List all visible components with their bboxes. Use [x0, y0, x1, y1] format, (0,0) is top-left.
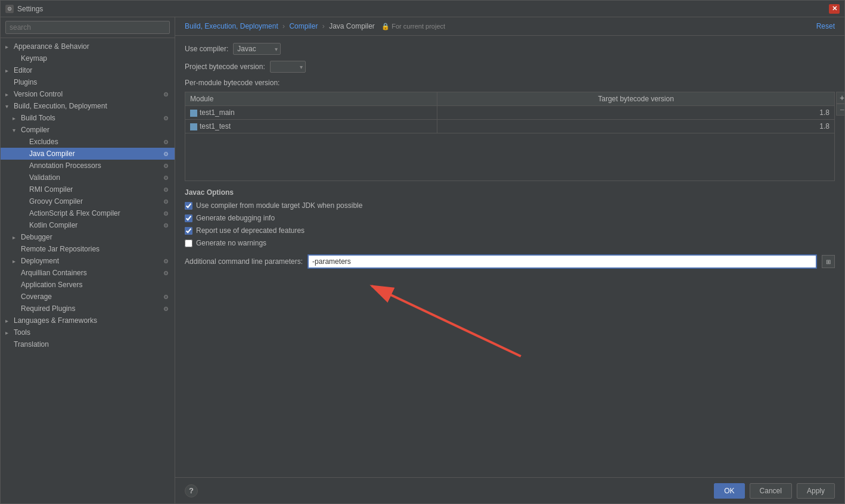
- sidebar-item-label: Java Compiler: [29, 150, 159, 158]
- checkbox-label-no-warnings[interactable]: Generate no warnings: [196, 239, 266, 247]
- sidebar-item-label: Build, Execution, Deployment: [14, 102, 170, 110]
- config-icon: ⚙: [161, 197, 170, 206]
- checkbox-no-warnings[interactable]: [185, 239, 192, 247]
- sidebar-item-label: Kotlin Compiler: [29, 221, 159, 229]
- sidebar-item-label: Plugins: [14, 78, 170, 86]
- main-content: Use compiler: Javac Eclipse Ajc Project …: [175, 36, 844, 477]
- app-icon: ⚙: [5, 5, 14, 13]
- sidebar-item-label: Compiler: [21, 126, 170, 134]
- checkbox-row-2: Generate debugging info: [185, 214, 835, 222]
- main-header: Build, Execution, Deployment › Compiler …: [175, 17, 844, 36]
- sidebar-item-deployment[interactable]: ▸ Deployment ⚙: [1, 255, 175, 267]
- module-version: 1.8: [437, 106, 835, 120]
- sidebar-item-label: Keymap: [21, 54, 170, 63]
- sidebar-item-label: Groovy Compiler: [29, 197, 159, 206]
- sidebar-item-validation[interactable]: Validation ⚙: [1, 172, 175, 183]
- sidebar-item-compiler[interactable]: ▾ Compiler: [1, 124, 175, 136]
- title-bar-left: ⚙ Settings: [5, 5, 43, 13]
- sidebar-item-tools[interactable]: ▸ Tools: [1, 326, 175, 338]
- bytecode-version-select[interactable]: [270, 61, 306, 73]
- sidebar-item-app-servers[interactable]: Application Servers: [1, 279, 175, 291]
- cancel-button[interactable]: Cancel: [750, 483, 792, 499]
- sidebar-item-debugger[interactable]: ▸ Debugger: [1, 231, 175, 243]
- use-compiler-row: Use compiler: Javac Eclipse Ajc: [185, 43, 835, 55]
- sidebar-item-excludes[interactable]: Excludes ⚙: [1, 136, 175, 148]
- apply-button[interactable]: Apply: [797, 483, 835, 499]
- sidebar-item-actionscript[interactable]: ActionScript & Flex Compiler ⚙: [1, 207, 175, 219]
- compiler-select[interactable]: Javac Eclipse Ajc: [233, 43, 281, 55]
- sidebar-item-appearance[interactable]: ▸ Appearance & Behavior: [1, 41, 175, 52]
- checkbox-row-1: Use compiler from module target JDK when…: [185, 201, 835, 210]
- table-row[interactable]: test1_test 1.8: [185, 120, 835, 133]
- bytecode-version-label: Project bytecode version:: [185, 63, 265, 71]
- sidebar-item-label: Remote Jar Repositories: [21, 245, 170, 253]
- help-button[interactable]: ?: [185, 484, 198, 497]
- cmd-expand-button[interactable]: ⊞: [822, 255, 835, 268]
- checkbox-row-4: Generate no warnings: [185, 239, 835, 247]
- sidebar-item-required-plugins[interactable]: Required Plugins ⚙: [1, 303, 175, 315]
- sidebar-item-remote-jar[interactable]: Remote Jar Repositories: [1, 243, 175, 255]
- checkbox-use-compiler[interactable]: [185, 202, 192, 210]
- cmd-input[interactable]: [307, 254, 817, 269]
- sidebar-item-version-control[interactable]: ▸ Version Control ⚙: [1, 88, 175, 100]
- bytecode-version-select-wrapper: [270, 61, 306, 73]
- config-icon: ⚙: [161, 90, 170, 98]
- expand-arrow: ▸: [13, 234, 18, 241]
- config-icon: ⚙: [161, 150, 170, 158]
- remove-module-button[interactable]: −: [836, 104, 844, 116]
- per-module-label: Per-module bytecode version:: [185, 79, 835, 87]
- checkbox-debug-info[interactable]: [185, 214, 192, 222]
- expand-arrow: ▸: [5, 67, 11, 74]
- module-table: Module Target bytecode version test1_mai…: [185, 92, 835, 181]
- sidebar-item-keymap[interactable]: Keymap: [1, 52, 175, 64]
- table-row[interactable]: test1_main 1.8: [185, 106, 835, 120]
- expand-arrow: ▾: [5, 103, 11, 110]
- sidebar-item-translation[interactable]: Translation: [1, 338, 175, 350]
- table-actions: + −: [836, 92, 844, 116]
- table-empty-row: [185, 133, 835, 181]
- javac-options-title: Javac Options: [185, 188, 835, 197]
- config-icon: ⚙: [161, 138, 170, 146]
- add-module-button[interactable]: +: [836, 92, 844, 104]
- checkbox-label-deprecated[interactable]: Report use of deprecated features: [196, 226, 305, 235]
- sidebar-item-arquillian[interactable]: Arquillian Containers ⚙: [1, 267, 175, 279]
- sidebar-item-rmi[interactable]: RMI Compiler ⚙: [1, 183, 175, 195]
- expand-arrow: ▸: [5, 91, 11, 98]
- ok-button[interactable]: OK: [714, 483, 744, 499]
- checkbox-label-debug-info[interactable]: Generate debugging info: [196, 214, 275, 222]
- config-icon: ⚙: [161, 185, 170, 194]
- sidebar-item-languages[interactable]: ▸ Languages & Frameworks: [1, 315, 175, 326]
- sidebar-item-annotation[interactable]: Annotation Processors ⚙: [1, 160, 175, 172]
- breadcrumb-part-2[interactable]: Compiler: [289, 22, 318, 30]
- window-title: Settings: [17, 5, 43, 13]
- sidebar-item-label: RMI Compiler: [29, 185, 159, 194]
- expand-arrow: ▸: [5, 329, 11, 336]
- compiler-select-wrapper: Javac Eclipse Ajc: [233, 43, 281, 55]
- footer-left: ?: [185, 484, 198, 497]
- breadcrumb-part-1[interactable]: Build, Execution, Deployment: [185, 22, 278, 30]
- reset-button[interactable]: Reset: [816, 22, 835, 30]
- module-folder-icon: [190, 123, 197, 130]
- sidebar-item-editor[interactable]: ▸ Editor: [1, 64, 175, 76]
- sidebar-item-plugins[interactable]: Plugins: [1, 76, 175, 88]
- config-icon: ⚙: [161, 173, 170, 182]
- sidebar-item-kotlin[interactable]: Kotlin Compiler ⚙: [1, 219, 175, 231]
- sidebar-item-label: Annotation Processors: [29, 161, 159, 170]
- expand-arrow: ▸: [13, 258, 18, 265]
- main-content-area: ▸ Appearance & Behavior Keymap ▸ Editor …: [1, 17, 844, 503]
- sidebar-item-build-tools[interactable]: ▸ Build Tools ⚙: [1, 112, 175, 124]
- sidebar-item-java-compiler[interactable]: Java Compiler ⚙: [1, 148, 175, 160]
- sidebar-item-groovy[interactable]: Groovy Compiler ⚙: [1, 195, 175, 207]
- cmd-label: Additional command line parameters:: [185, 257, 303, 266]
- close-button[interactable]: ✕: [829, 4, 840, 14]
- checkbox-deprecated[interactable]: [185, 227, 192, 235]
- expand-arrow: ▾: [13, 127, 18, 133]
- search-input[interactable]: [5, 21, 170, 34]
- sidebar-item-build-execution[interactable]: ▾ Build, Execution, Deployment: [1, 100, 175, 112]
- sidebar-search-container: [1, 17, 175, 38]
- sidebar-item-coverage[interactable]: Coverage ⚙: [1, 291, 175, 303]
- breadcrumb-current: Java Compiler: [329, 22, 375, 30]
- use-compiler-label: Use compiler:: [185, 45, 228, 53]
- config-icon: ⚙: [161, 304, 170, 313]
- checkbox-label-use-compiler[interactable]: Use compiler from module target JDK when…: [196, 201, 362, 210]
